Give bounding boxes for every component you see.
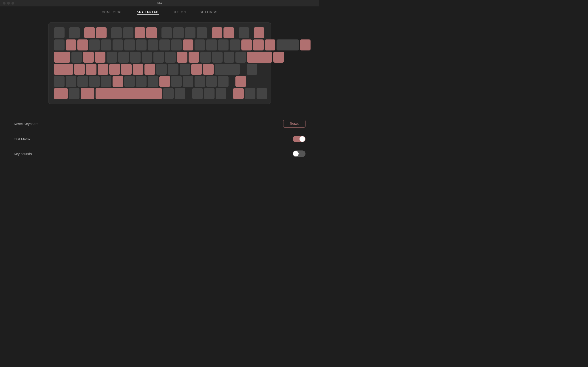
- key-4-14[interactable]: [218, 76, 229, 87]
- key-0-20[interactable]: [239, 27, 249, 38]
- key-1-18[interactable]: [265, 40, 275, 50]
- key-3-12[interactable]: [203, 64, 214, 75]
- key-3-9[interactable]: [168, 64, 179, 75]
- key-1-20[interactable]: [300, 40, 311, 50]
- key-4-1[interactable]: [66, 76, 76, 87]
- key-4-4[interactable]: [101, 76, 111, 87]
- key-0-5[interactable]: [96, 27, 107, 38]
- key-5-2[interactable]: [81, 88, 95, 99]
- key-2-15[interactable]: [235, 52, 246, 63]
- key-2-2[interactable]: [83, 52, 94, 63]
- key-2-5[interactable]: [118, 52, 129, 63]
- nav-settings[interactable]: SETTINGS: [200, 9, 217, 15]
- key-5-13[interactable]: [257, 88, 267, 99]
- maximize-button[interactable]: [11, 2, 14, 5]
- key-0-15[interactable]: [197, 27, 207, 38]
- key-4-8[interactable]: [148, 76, 158, 87]
- key-1-16[interactable]: [242, 40, 252, 50]
- key-2-10[interactable]: [177, 52, 187, 63]
- key-0-7[interactable]: [111, 27, 122, 38]
- key-3-10[interactable]: [180, 64, 190, 75]
- reset-button[interactable]: Reset: [283, 120, 305, 127]
- key-3-4[interactable]: [109, 64, 120, 75]
- key-2-0[interactable]: [54, 52, 70, 63]
- key-1-7[interactable]: [136, 40, 147, 50]
- key-4-5[interactable]: [112, 76, 123, 87]
- key-5-0[interactable]: [54, 88, 68, 99]
- key-5-4[interactable]: [163, 88, 174, 99]
- key-3-1[interactable]: [74, 64, 85, 75]
- key-1-5[interactable]: [112, 40, 123, 50]
- key-1-10[interactable]: [171, 40, 182, 50]
- key-4-10[interactable]: [171, 76, 182, 87]
- key-1-13[interactable]: [206, 40, 217, 50]
- key-0-9[interactable]: [135, 27, 145, 38]
- key-1-11[interactable]: [183, 40, 193, 50]
- key-1-4[interactable]: [101, 40, 111, 50]
- key-2-1[interactable]: [71, 52, 82, 63]
- key-3-7[interactable]: [145, 64, 155, 75]
- key-3-15[interactable]: [247, 64, 257, 75]
- key-5-11[interactable]: [233, 88, 244, 99]
- key-5-7[interactable]: [192, 88, 203, 99]
- key-1-12[interactable]: [195, 40, 205, 50]
- key-0-10[interactable]: [146, 27, 157, 38]
- key-1-8[interactable]: [148, 40, 158, 50]
- key-5-5[interactable]: [175, 88, 185, 99]
- key-4-2[interactable]: [78, 76, 88, 87]
- key-4-7[interactable]: [136, 76, 147, 87]
- key-3-8[interactable]: [156, 64, 167, 75]
- key-0-2[interactable]: [69, 27, 80, 38]
- key-1-3[interactable]: [89, 40, 100, 50]
- key-5-12[interactable]: [245, 88, 255, 99]
- key-5-3[interactable]: [95, 88, 162, 99]
- key-3-13[interactable]: [215, 64, 240, 75]
- key-3-6[interactable]: [133, 64, 143, 75]
- key-2-8[interactable]: [153, 52, 164, 63]
- key-1-17[interactable]: [253, 40, 264, 50]
- key-2-16[interactable]: [247, 52, 272, 63]
- key-1-15[interactable]: [230, 40, 240, 50]
- key-0-4[interactable]: [84, 27, 95, 38]
- key-1-14[interactable]: [218, 40, 229, 50]
- key-1-1[interactable]: [66, 40, 76, 50]
- key-3-11[interactable]: [191, 64, 202, 75]
- minimize-button[interactable]: [7, 2, 10, 5]
- key-2-3[interactable]: [95, 52, 105, 63]
- key-2-14[interactable]: [224, 52, 234, 63]
- key-3-3[interactable]: [98, 64, 108, 75]
- key-2-9[interactable]: [165, 52, 176, 63]
- key-0-18[interactable]: [224, 27, 234, 38]
- key-0-0[interactable]: [54, 27, 65, 38]
- key-1-19[interactable]: [277, 40, 299, 50]
- key-0-13[interactable]: [173, 27, 184, 38]
- key-4-3[interactable]: [89, 76, 100, 87]
- key-4-12[interactable]: [195, 76, 205, 87]
- key-3-2[interactable]: [86, 64, 96, 75]
- key-0-17[interactable]: [212, 27, 222, 38]
- nav-key-tester[interactable]: KEY TESTER: [137, 9, 159, 15]
- test-matrix-toggle[interactable]: [293, 136, 305, 142]
- key-1-2[interactable]: [78, 40, 88, 50]
- key-4-6[interactable]: [124, 76, 135, 87]
- nav-design[interactable]: DESIGN: [173, 9, 186, 15]
- key-5-9[interactable]: [216, 88, 226, 99]
- key-0-22[interactable]: [254, 27, 264, 38]
- key-3-5[interactable]: [121, 64, 132, 75]
- key-0-12[interactable]: [162, 27, 172, 38]
- key-0-14[interactable]: [185, 27, 195, 38]
- key-sounds-toggle[interactable]: [293, 150, 305, 157]
- key-2-11[interactable]: [189, 52, 199, 63]
- key-2-6[interactable]: [130, 52, 141, 63]
- key-2-13[interactable]: [212, 52, 223, 63]
- key-2-4[interactable]: [107, 52, 117, 63]
- nav-configure[interactable]: CONFIGURE: [102, 9, 123, 15]
- key-4-9[interactable]: [159, 76, 170, 87]
- key-4-16[interactable]: [235, 76, 246, 87]
- key-2-17[interactable]: [273, 52, 284, 63]
- key-3-0[interactable]: [54, 64, 73, 75]
- key-5-1[interactable]: [69, 88, 79, 99]
- key-4-13[interactable]: [206, 76, 217, 87]
- key-0-8[interactable]: [123, 27, 133, 38]
- key-5-8[interactable]: [204, 88, 215, 99]
